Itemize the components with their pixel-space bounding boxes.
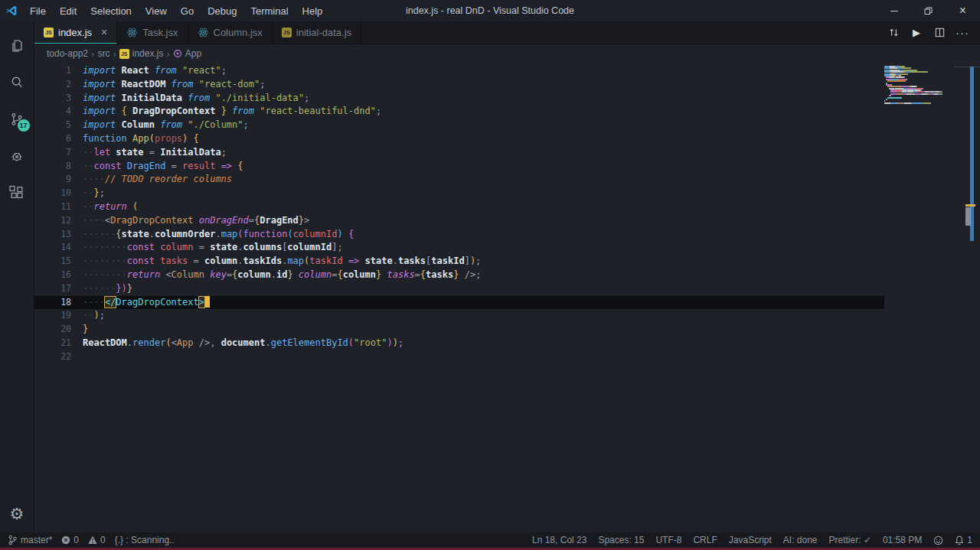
close-tab-icon[interactable]: ×: [101, 27, 107, 37]
debug-icon: [8, 148, 25, 164]
status-notifications[interactable]: 1: [955, 532, 972, 548]
vscode-window: FileEditSelectionViewGoDebugTerminalHelp…: [0, 0, 980, 550]
code-line[interactable]: 11··return (: [34, 200, 884, 214]
activity-source-control-button[interactable]: 17: [0, 101, 34, 138]
status-time[interactable]: 01:58 PM: [883, 532, 922, 548]
files-icon: [8, 37, 25, 54]
code-line[interactable]: 7··let state = InitialData;: [34, 146, 884, 160]
minimize-button[interactable]: [877, 0, 911, 21]
code-line[interactable]: 17······})}: [34, 282, 884, 296]
breadcrumb-item-src[interactable]: src: [97, 48, 109, 59]
line-number: 8: [34, 160, 71, 174]
code-line[interactable]: 13······{state.columnOrder.map(function(…: [34, 228, 884, 242]
tab-task-jsx[interactable]: Task.jsx: [117, 21, 188, 44]
breadcrumb-label: todo-app2: [47, 48, 88, 59]
menu-item-go[interactable]: Go: [174, 0, 201, 21]
code-line[interactable]: 12····<DragDropContext onDragEnd={DragEn…: [34, 214, 884, 228]
code-line[interactable]: 4import { DragDropContext } from "react-…: [34, 105, 884, 119]
restore-button[interactable]: [911, 0, 946, 21]
minimap[interactable]: [884, 66, 955, 106]
status-scanning[interactable]: {.} : Scanning..: [115, 532, 175, 548]
line-number: 6: [34, 132, 71, 146]
chevron-right-icon: ›: [91, 48, 94, 60]
line-number: 3: [34, 92, 71, 106]
menu-item-edit[interactable]: Edit: [53, 0, 83, 21]
activity-settings-button[interactable]: ⚙: [0, 496, 34, 532]
status-language[interactable]: JavaScript: [729, 532, 772, 548]
code-line[interactable]: 2import ReactDOM from "react-dom";: [34, 78, 884, 92]
activity-debug-button[interactable]: [0, 138, 34, 174]
menu-item-view[interactable]: View: [139, 0, 174, 21]
minimap-line: [884, 104, 955, 106]
status-branch[interactable]: master*: [8, 532, 52, 548]
code-line[interactable]: 1import React from "react";: [34, 64, 884, 78]
code-area[interactable]: 1import React from "react";2import React…: [34, 63, 884, 532]
code-line[interactable]: 14········const column = state.columns[c…: [34, 241, 884, 255]
menu-item-debug[interactable]: Debug: [201, 0, 243, 21]
tab-initial-data-js[interactable]: JSinitial-data.js: [273, 21, 361, 44]
overview-ruler-topline: [953, 67, 980, 67]
status-warnings[interactable]: 0: [88, 532, 106, 548]
activity-explorer-button[interactable]: [0, 28, 34, 64]
code-line[interactable]: 20}: [34, 323, 884, 337]
code-line[interactable]: 21ReactDOM.render(<App />, document.getE…: [34, 337, 884, 350]
code-line[interactable]: 6function App(props) {: [34, 132, 884, 146]
status-label: CRLF: [693, 535, 717, 545]
code-line[interactable]: 15········const tasks = column.taskIds.m…: [34, 255, 884, 268]
menu-item-selection[interactable]: Selection: [83, 0, 138, 21]
status-label: 0: [100, 535, 106, 545]
compare-changes-button[interactable]: [884, 23, 903, 43]
line-number: 22: [34, 350, 71, 364]
status-prettier[interactable]: Prettier: ✓: [829, 532, 871, 548]
code-line[interactable]: 18····</DragDropContext>: [34, 296, 884, 310]
line-number: 14: [34, 241, 71, 255]
vscode-logo-icon[interactable]: [0, 5, 23, 17]
line-number: 5: [34, 119, 71, 132]
status-ai[interactable]: AI: done: [783, 532, 818, 548]
code-line[interactable]: 19··);: [34, 309, 884, 323]
scrollbar-thumb[interactable]: [965, 207, 971, 226]
code-line[interactable]: 22: [34, 350, 884, 364]
minimize-icon: [890, 11, 898, 11]
code-line[interactable]: 16········return <Column key={column.id}…: [34, 268, 884, 282]
close-button[interactable]: ×: [946, 0, 980, 21]
status-indentation[interactable]: Spaces: 15: [598, 532, 644, 548]
activity-search-button[interactable]: [0, 64, 34, 101]
breadcrumb-label: src: [97, 48, 109, 59]
code-line[interactable]: 10··};: [34, 187, 884, 200]
split-editor-button[interactable]: [929, 23, 949, 43]
cursor: [204, 296, 210, 308]
breadcrumb-label: App: [185, 48, 201, 59]
menu-item-help[interactable]: Help: [296, 0, 330, 21]
breadcrumb-item-todo-app2[interactable]: todo-app2: [47, 48, 88, 59]
code-line[interactable]: 3import InitialData from "./initial-data…: [34, 92, 884, 106]
status-cursor-position[interactable]: Ln 18, Col 23: [532, 532, 586, 548]
menubar: FileEditSelectionViewGoDebugTerminalHelp: [23, 0, 329, 21]
status-eol[interactable]: CRLF: [693, 532, 717, 548]
line-number: 1: [34, 64, 71, 78]
code-line[interactable]: 5import Column from "./Column";: [34, 119, 884, 132]
breadcrumb-item-index-js[interactable]: JSindex.js: [119, 48, 164, 59]
menu-item-file[interactable]: File: [23, 0, 53, 21]
code-line[interactable]: 8··const DragEnd = result => {: [34, 160, 884, 174]
activity-extensions-button[interactable]: [0, 174, 34, 211]
line-number: 18: [34, 296, 71, 310]
code-line[interactable]: 9····// TODO reorder columns: [34, 173, 884, 187]
menu-item-terminal[interactable]: Terminal: [243, 0, 295, 21]
breadcrumb: todo-app2›src›JSindex.js›App: [34, 44, 980, 63]
smiley-icon: [933, 535, 943, 545]
status-encoding[interactable]: UTF-8: [655, 532, 681, 548]
status-errors[interactable]: 0: [61, 532, 79, 548]
status-label: 0: [74, 535, 79, 545]
breadcrumb-item-app[interactable]: App: [173, 48, 201, 59]
tab-index-js[interactable]: JSindex.js×: [34, 21, 117, 44]
tab-file-icon: [126, 27, 138, 38]
error-icon: [61, 535, 70, 545]
scrollbar-zone[interactable]: [953, 63, 980, 532]
more-actions-button[interactable]: ···: [952, 23, 972, 43]
restore-icon: [924, 7, 933, 15]
run-button[interactable]: ▶: [906, 23, 926, 43]
tab-column-jsx[interactable]: Column.jsx: [188, 21, 273, 44]
line-number: 4: [34, 105, 71, 119]
status-feedback[interactable]: [933, 532, 943, 548]
